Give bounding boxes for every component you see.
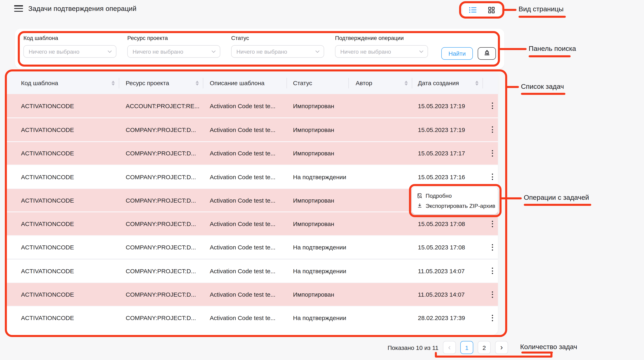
hamburger-menu-icon[interactable] (14, 5, 23, 12)
column-header[interactable]: Описание шаблона (203, 72, 286, 94)
sort-icon[interactable] (404, 81, 408, 85)
kebab-menu-icon[interactable] (490, 101, 495, 111)
kebab-menu-icon[interactable] (490, 172, 495, 181)
table-row: ACTIVATIONCODE COMPANY:PROJECT:D... Acti… (7, 212, 498, 235)
cell-template-description: Activation Code test te... (203, 267, 286, 274)
column-header-actions (482, 72, 498, 94)
annotation-bracket-horizontal (435, 356, 552, 358)
search-field-label: Статус (231, 35, 324, 41)
kebab-menu-icon[interactable] (490, 125, 495, 135)
cell-created-date: 15.05.2023 17:17 (412, 150, 482, 157)
select-dropdown[interactable]: Ничего не выбрано (231, 45, 324, 58)
sort-icon[interactable] (112, 81, 115, 85)
cell-template-description: Activation Code test te... (203, 197, 286, 204)
broom-icon (483, 49, 490, 58)
cell-created-date: 15.05.2023 17:19 (412, 126, 482, 133)
view-toggle (463, 3, 501, 16)
annotation-bracket-vertical-left (435, 352, 437, 357)
context-menu-item-label: Экспортировать ZIP-архив (426, 202, 495, 209)
annotation-label-page-view: Вид страницы (518, 5, 564, 13)
kebab-menu-icon[interactable] (490, 243, 495, 252)
annotation-label-task-count: Количество задач (520, 343, 577, 351)
select-placeholder: Ничего не выбрано (340, 48, 391, 55)
kebab-menu-icon[interactable] (490, 219, 495, 229)
select-dropdown[interactable]: Ничего не выбрано (335, 45, 428, 58)
cell-status: На подтверждении (286, 244, 348, 251)
list-view-icon[interactable] (469, 7, 477, 13)
annotation-label-task-list: Список задач (521, 83, 564, 91)
cell-template-description: Activation Code test te... (203, 102, 286, 109)
search-field: Ресурс проекта Ничего не выбрано (127, 35, 220, 58)
cell-template-code: ACTIVATIONCODE (7, 126, 119, 133)
column-header-label: Статус (293, 79, 312, 86)
cell-project-resource: COMPANY:PROJECT:D... (119, 244, 203, 251)
cell-template-description: Activation Code test te... (203, 315, 286, 322)
annotation-underline-task-operations (524, 204, 591, 206)
prev-page-button[interactable]: ‹ (443, 341, 456, 354)
cell-project-resource: COMPANY:PROJECT:D... (119, 267, 203, 274)
search-field: Статус Ничего не выбрано (231, 35, 324, 58)
context-menu-item[interactable]: Экспортировать ZIP-архив (416, 202, 498, 209)
select-dropdown[interactable]: Ничего не выбрано (24, 45, 116, 58)
table-row: ACTIVATIONCODE COMPANY:PROJECT:D... Acti… (7, 165, 498, 188)
cell-project-resource: COMPANY:PROJECT:D... (119, 220, 203, 227)
cell-status: Импортирован (286, 291, 348, 298)
cell-template-code: ACTIVATIONCODE (7, 315, 119, 322)
search-field-label: Подтверждение операции (335, 35, 428, 41)
cell-project-resource: COMPANY:PROJECT:D... (119, 173, 203, 180)
cell-status: На подтверждении (286, 173, 348, 180)
cell-template-description: Activation Code test te... (203, 291, 286, 298)
column-header[interactable]: Код шаблона (7, 72, 119, 94)
find-button[interactable]: Найти (441, 47, 473, 60)
cell-template-code: ACTIVATIONCODE (7, 173, 119, 180)
annotation-underline-task-list (521, 93, 566, 95)
cell-project-resource: COMPANY:PROJECT:D... (119, 150, 203, 157)
cell-created-date: 15.05.2023 17:16 (412, 173, 482, 180)
cell-actions (482, 243, 498, 252)
column-header[interactable]: Статус (286, 72, 348, 94)
cell-template-code: ACTIVATIONCODE (7, 291, 119, 298)
search-field: Подтверждение операции Ничего не выбрано (335, 35, 428, 58)
kebab-menu-icon[interactable] (490, 148, 495, 158)
kebab-menu-icon[interactable] (490, 266, 495, 276)
table-row: ACTIVATIONCODE COMPANY:PROJECT:D... Acti… (7, 235, 498, 259)
pagination: ‹ 12 › (443, 341, 508, 354)
column-header[interactable]: Автор (348, 72, 412, 94)
annotation-connector-page-view (504, 9, 516, 11)
clear-filters-button[interactable] (478, 47, 496, 60)
annotation-bracket-vertical-right (550, 352, 552, 357)
kebab-menu-icon[interactable] (490, 313, 495, 323)
next-page-button[interactable]: › (495, 341, 508, 354)
details-icon (416, 192, 423, 199)
cell-project-resource: COMPANY:PROJECT:D... (119, 315, 203, 322)
cell-template-code: ACTIVATIONCODE (7, 244, 119, 251)
cell-project-resource: COMPANY:PROJECT:D... (119, 291, 203, 298)
grid-view-icon[interactable] (488, 7, 494, 13)
cell-actions (482, 219, 498, 229)
column-header-label: Код шаблона (21, 79, 58, 86)
table-row: ACTIVATIONCODE COMPANY:PROJECT:D... Acti… (7, 141, 498, 165)
column-header[interactable]: Дата создания (412, 72, 482, 94)
select-placeholder: Ничего не выбрано (29, 48, 80, 55)
cell-actions (482, 125, 498, 135)
cell-template-code: ACTIVATIONCODE (7, 102, 119, 109)
annotation-label-search-panel: Панель поиска (528, 45, 576, 53)
cell-created-date: 15.05.2023 17:08 (412, 220, 482, 227)
page-title: Задачи подтверждения операций (28, 5, 136, 13)
pagination-pages: 12 (460, 341, 491, 354)
select-placeholder: Ничего не выбрано (132, 48, 183, 55)
page-button-1[interactable]: 1 (460, 341, 473, 354)
kebab-menu-icon[interactable] (490, 290, 495, 299)
page-button-2[interactable]: 2 (478, 341, 491, 354)
sort-icon[interactable] (196, 81, 199, 85)
cell-actions (482, 313, 498, 323)
select-dropdown[interactable]: Ничего не выбрано (127, 45, 220, 58)
table-row: ACTIVATIONCODE COMPANY:PROJECT:D... Acti… (7, 306, 498, 329)
column-header[interactable]: Ресурс проекта (119, 72, 203, 94)
search-fields: Код шаблона Ничего не выбрано Ресурс про… (24, 35, 428, 58)
context-menu-item-label: Подробно (426, 192, 452, 199)
sort-icon[interactable] (475, 81, 478, 85)
annotation-label-task-operations: Операции с задачей (524, 194, 589, 202)
annotation-connector-task-list (506, 86, 519, 88)
context-menu-item[interactable]: Подробно (416, 192, 498, 199)
